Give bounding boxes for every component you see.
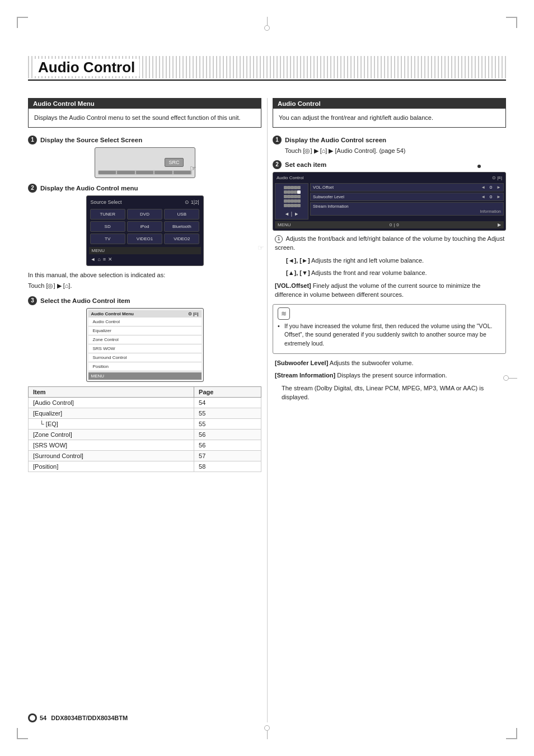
ss-grid: TUNER DVD USB SD iPod Bluetooth TV VIDEO… — [89, 208, 201, 245]
acm-item-zone: Zone Control — [88, 335, 202, 344]
table-cell-item-4: [Zone Control] — [29, 429, 194, 440]
ac-top-icons: ⊙ |≡| — [492, 175, 502, 180]
ac-bottom-val-right: 0 — [396, 222, 399, 227]
page-circle — [28, 713, 37, 722]
ss-item-ipod: iPod — [127, 221, 162, 232]
step-2-num: 2 — [28, 184, 37, 193]
desc-item-vol: [VOL.Offset] Finely adjust the volume of… — [275, 281, 506, 300]
src-bar-seg-4 — [154, 171, 172, 174]
right-step-1-num: 1 — [273, 136, 282, 144]
ac-bottom-icon: ▶ — [498, 222, 501, 227]
acm-title: Audio Control Menu ⊙ |≡| — [88, 310, 202, 318]
right-step-2-num: 2 — [273, 160, 282, 169]
ss-icon-home: ⌂ — [97, 256, 100, 262]
page-title-area: Audio Control — [28, 56, 506, 81]
step-3-text: Select the Audio Control item — [40, 297, 130, 304]
ac-right-arrow: ► — [294, 211, 299, 217]
ss-menu-bar: MENU — [89, 247, 201, 254]
left-column: Audio Control Menu Displays the Audio Co… — [28, 98, 261, 472]
src-bar — [98, 170, 192, 175]
ss-bottom-bar: ◄ ⌂ ≡ ✕ — [89, 255, 201, 263]
desc-stream-note: The stream (Dolby Digital, dts, Linear P… — [275, 384, 506, 402]
page-footer: 54 DDX8034BT/DDX8034BTM — [28, 713, 128, 722]
table-cell-page-5: 56 — [194, 440, 261, 450]
main-content: Audio Control Menu Displays the Audio Co… — [28, 98, 506, 472]
touch-indicator-2: ☞ — [257, 244, 264, 252]
ac-right-controls: VOL.Offset ◄ 0 ► Subwoofer Level ◄ 0 ► — [310, 183, 504, 220]
audio-control-body: You can adjust the front/rear and right/… — [273, 109, 505, 127]
right-step-1-instruction: Touch [◎] ▶ [⌂] ▶ [Audio Control]. (page… — [285, 147, 506, 155]
note-text: If you have increased the volume first, … — [278, 322, 501, 348]
desc-stream-key: [Stream Information] — [275, 372, 335, 379]
audio-control-menu-body: Displays the Audio Control menu to set t… — [29, 109, 261, 127]
desc-item-lr: [◄], [►] Adjusts the right and left volu… — [275, 256, 506, 265]
src-bar-seg-1 — [99, 171, 116, 174]
desc-stream-text: Displays the present source information. — [337, 372, 447, 379]
ac-subwoofer-num: 0 — [486, 194, 495, 199]
audio-control-section: Audio Control You can adjust the front/r… — [273, 98, 506, 128]
table-row: [Equalizer] 55 — [29, 408, 261, 418]
ac-stream-val: Information — [313, 209, 501, 214]
right-column: Audio Control You can adjust the front/r… — [273, 98, 506, 472]
table-header-page: Page — [194, 386, 261, 397]
ss-item-usb: USB — [164, 209, 199, 220]
ac-dot-grid — [284, 186, 299, 207]
ac-bottom-vals: 0 | 0 — [390, 222, 399, 227]
page-num-block: 54 — [28, 713, 46, 722]
desc-subwoofer-text: Adjusts the subwoofer volume. — [330, 360, 414, 366]
desc-item-ud: [▲], [▼] Adjusts the front and rear volu… — [275, 268, 506, 278]
acm-item-surround: Surround Control — [88, 353, 202, 362]
right-step-1-label: 1 Display the Audio Control screen — [273, 136, 506, 144]
src-bar-seg-5 — [174, 171, 191, 174]
ac-lr-arrows: ◄ | ► — [284, 211, 299, 217]
desc-list: 1 Adjusts the front/back and left/right … — [273, 234, 506, 300]
table-cell-item-3: └ [EQ] — [29, 418, 194, 429]
ac-vol-offset-num: 0 — [486, 185, 495, 190]
ac-subwoofer-label: Subwoofer Level — [313, 194, 344, 199]
ss-icons: ⊙ 1|2| — [185, 199, 199, 205]
ac-vol-offset-val: ◄ 0 ► — [481, 185, 501, 190]
acm-title-icons: ⊙ |≡| — [188, 311, 198, 316]
desc-stream: [Stream Information] Displays the presen… — [275, 371, 506, 380]
desc-item-1: 1 Adjusts the front/back and left/right … — [275, 234, 506, 253]
touch-text: Touch [◎] ▶ [⌂]. — [28, 281, 261, 291]
ss-title-bar: Source Select ⊙ 1|2| — [89, 198, 201, 206]
ac-bottom-sep: | — [394, 222, 395, 227]
ac-vol-offset-right[interactable]: ► — [496, 185, 501, 190]
acm-item-position: Position — [88, 362, 202, 371]
ss-menu-label: MENU — [92, 248, 105, 253]
ss-icon-x: ✕ — [108, 256, 113, 262]
ac-vol-offset-label: VOL.Offset — [313, 185, 334, 190]
ac-stream-row: Stream Information Information — [310, 202, 504, 216]
acm-item-eq: Equalizer — [88, 326, 202, 335]
ac-screen-title: Audio Control — [277, 175, 303, 180]
table-row: [Zone Control] 56 — [29, 429, 261, 440]
acm-menu-bar: MENU — [88, 372, 202, 380]
ac-subwoofer-right[interactable]: ► — [496, 194, 501, 199]
ac-dot-20 — [297, 199, 301, 203]
ac-subwoofer-left[interactable]: ◄ — [481, 194, 485, 199]
table-row: [SRS WOW] 56 — [29, 440, 261, 450]
table-cell-item-7: [Position] — [29, 461, 194, 472]
desc-ud-text: Adjusts the front and rear volume balanc… — [311, 269, 427, 276]
step-2-text: Display the Audio Control menu — [40, 185, 138, 192]
table-row: [Audio Control] 54 — [29, 397, 261, 408]
ac-dot-25 — [297, 204, 301, 207]
corner-tr — [506, 17, 517, 28]
margin-dot — [477, 165, 481, 168]
ss-icon-prev: ◄ — [91, 256, 96, 262]
ss-item-bluetooth: Bluetooth — [164, 221, 199, 232]
ac-left-arrow: ◄ — [284, 211, 289, 217]
ac-main: ◄ | ► VOL.Offset ◄ 0 ► — [275, 183, 504, 220]
table-cell-item-1: [Audio Control] — [29, 397, 194, 408]
table-row: [Surround Control] 57 — [29, 450, 261, 461]
acm-title-text: Audio Control Menu — [91, 311, 134, 316]
table-cell-item-6: [Surround Control] — [29, 450, 194, 461]
ac-vol-offset-left[interactable]: ◄ — [481, 185, 485, 190]
src-bar-seg-2 — [117, 171, 135, 174]
table-cell-page-6: 57 — [194, 450, 261, 461]
step-3-num: 3 — [28, 296, 37, 305]
step-3-label: 3 Select the Audio Control item — [28, 296, 261, 305]
src-btn: SRC — [165, 158, 183, 167]
source-select-grid-container: Source Select ⊙ 1|2| TUNER DVD USB SD iP… — [28, 195, 261, 266]
